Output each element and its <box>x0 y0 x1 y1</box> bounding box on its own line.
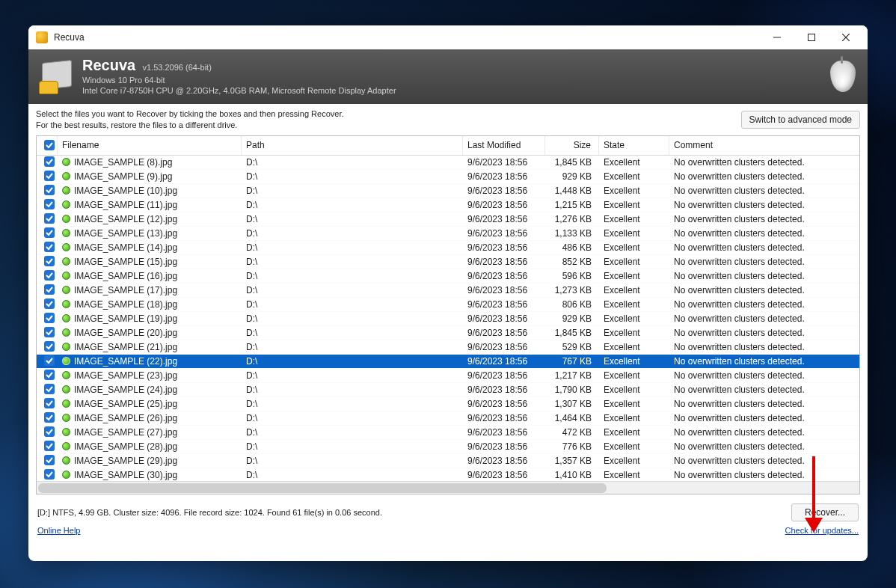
col-filename[interactable]: Filename <box>58 136 242 155</box>
grid-body[interactable]: IMAGE_SAMPLE (8).jpgD:\9/6/2023 18:561,8… <box>37 156 859 481</box>
titlebar: Recuva <box>28 25 868 49</box>
col-last-modified[interactable]: Last Modified <box>463 136 545 155</box>
close-button[interactable] <box>829 25 863 49</box>
select-all-checkbox[interactable] <box>44 140 55 150</box>
cell-last-modified: 9/6/2023 18:56 <box>463 271 545 281</box>
table-row[interactable]: IMAGE_SAMPLE (29).jpgD:\9/6/2023 18:561,… <box>37 454 859 468</box>
status-dot-icon <box>62 172 70 180</box>
cell-last-modified: 9/6/2023 18:56 <box>463 242 545 253</box>
row-checkbox[interactable] <box>44 242 55 252</box>
status-dot-icon <box>62 272 70 280</box>
status-dot-icon <box>62 414 70 422</box>
filename-text: IMAGE_SAMPLE (19).jpg <box>74 313 177 324</box>
filename-text: IMAGE_SAMPLE (24).jpg <box>74 385 177 395</box>
table-row[interactable]: IMAGE_SAMPLE (15).jpgD:\9/6/2023 18:5685… <box>37 255 859 269</box>
table-row[interactable]: IMAGE_SAMPLE (10).jpgD:\9/6/2023 18:561,… <box>37 184 859 198</box>
row-checkbox[interactable] <box>44 284 55 295</box>
status-dot-icon <box>62 158 70 166</box>
row-checkbox[interactable] <box>44 185 55 195</box>
cell-comment: No overwritten clusters detected. <box>669 427 859 438</box>
cell-path: D:\ <box>242 313 463 324</box>
row-checkbox[interactable] <box>44 171 55 181</box>
cell-path: D:\ <box>242 370 463 381</box>
table-row[interactable]: IMAGE_SAMPLE (26).jpgD:\9/6/2023 18:561,… <box>37 411 859 426</box>
cell-filename: IMAGE_SAMPLE (8).jpg <box>58 157 242 168</box>
table-row[interactable]: IMAGE_SAMPLE (12).jpgD:\9/6/2023 18:561,… <box>37 212 859 227</box>
recover-button[interactable]: Recover... <box>791 503 859 521</box>
hscroll-thumb[interactable] <box>38 483 607 493</box>
row-checkbox[interactable] <box>44 426 55 437</box>
col-size[interactable]: Size <box>545 136 599 155</box>
online-help-link[interactable]: Online Help <box>37 526 80 535</box>
cell-filename: IMAGE_SAMPLE (20).jpg <box>58 328 242 338</box>
table-row[interactable]: IMAGE_SAMPLE (30).jpgD:\9/6/2023 18:561,… <box>37 468 859 481</box>
row-checkbox[interactable] <box>44 441 55 451</box>
row-checkbox[interactable] <box>44 327 55 337</box>
switch-advanced-button[interactable]: Switch to advanced mode <box>741 111 860 129</box>
row-checkbox[interactable] <box>44 355 55 366</box>
cell-comment: No overwritten clusters detected. <box>669 399 859 409</box>
table-row[interactable]: IMAGE_SAMPLE (13).jpgD:\9/6/2023 18:561,… <box>37 227 859 241</box>
cell-state: Excellent <box>599 214 669 224</box>
status-dot-icon <box>62 442 70 450</box>
row-checkbox[interactable] <box>44 384 55 394</box>
cell-state: Excellent <box>599 470 669 480</box>
row-checkbox[interactable] <box>44 298 55 309</box>
cell-size: 1,357 KB <box>545 456 599 466</box>
table-row[interactable]: IMAGE_SAMPLE (9).jpgD:\9/6/2023 18:56929… <box>37 170 859 184</box>
row-checkbox[interactable] <box>44 455 55 465</box>
table-row[interactable]: IMAGE_SAMPLE (21).jpgD:\9/6/2023 18:5652… <box>37 340 859 355</box>
status-dot-icon <box>62 357 70 365</box>
cell-last-modified: 9/6/2023 18:56 <box>463 470 545 480</box>
minimize-button[interactable] <box>760 25 794 49</box>
cell-size: 1,133 KB <box>545 228 599 239</box>
filename-text: IMAGE_SAMPLE (20).jpg <box>74 328 177 338</box>
table-row[interactable]: IMAGE_SAMPLE (8).jpgD:\9/6/2023 18:561,8… <box>37 156 859 170</box>
table-row[interactable]: IMAGE_SAMPLE (24).jpgD:\9/6/2023 18:561,… <box>37 383 859 397</box>
horizontal-scrollbar[interactable] <box>37 481 859 494</box>
row-checkbox[interactable] <box>44 341 55 352</box>
cell-last-modified: 9/6/2023 18:56 <box>463 257 545 267</box>
check-updates-link[interactable]: Check for updates... <box>785 526 859 535</box>
row-checkbox[interactable] <box>44 156 55 167</box>
table-row[interactable]: IMAGE_SAMPLE (23).jpgD:\9/6/2023 18:561,… <box>37 369 859 383</box>
table-row[interactable]: IMAGE_SAMPLE (16).jpgD:\9/6/2023 18:5659… <box>37 269 859 284</box>
hw-info: Intel Core i7-8750H CPU @ 2.20GHz, 4.0GB… <box>82 86 821 95</box>
table-row[interactable]: IMAGE_SAMPLE (18).jpgD:\9/6/2023 18:5680… <box>37 298 859 312</box>
row-checkbox[interactable] <box>44 256 55 266</box>
table-row[interactable]: IMAGE_SAMPLE (19).jpgD:\9/6/2023 18:5692… <box>37 312 859 326</box>
row-checkbox[interactable] <box>44 270 55 281</box>
cell-size: 767 KB <box>545 356 599 367</box>
col-path[interactable]: Path <box>242 136 463 155</box>
app-version: v1.53.2096 (64-bit) <box>143 63 212 72</box>
header-checkbox-cell[interactable] <box>37 136 58 155</box>
table-row[interactable]: IMAGE_SAMPLE (22).jpgD:\9/6/2023 18:5676… <box>37 355 859 369</box>
row-checkbox[interactable] <box>44 313 55 323</box>
table-row[interactable]: IMAGE_SAMPLE (17).jpgD:\9/6/2023 18:561,… <box>37 284 859 298</box>
cell-comment: No overwritten clusters detected. <box>669 413 859 423</box>
cell-state: Excellent <box>599 171 669 182</box>
filename-text: IMAGE_SAMPLE (9).jpg <box>74 171 172 182</box>
cell-last-modified: 9/6/2023 18:56 <box>463 441 545 452</box>
cell-size: 1,464 KB <box>545 413 599 423</box>
col-comment[interactable]: Comment <box>669 136 859 155</box>
col-state[interactable]: State <box>599 136 669 155</box>
cell-path: D:\ <box>242 456 463 466</box>
row-checkbox[interactable] <box>44 412 55 423</box>
cell-filename: IMAGE_SAMPLE (12).jpg <box>58 214 242 224</box>
table-row[interactable]: IMAGE_SAMPLE (11).jpgD:\9/6/2023 18:561,… <box>37 198 859 212</box>
row-checkbox[interactable] <box>44 199 55 209</box>
cell-comment: No overwritten clusters detected. <box>669 299 859 310</box>
row-checkbox[interactable] <box>44 227 55 238</box>
table-row[interactable]: IMAGE_SAMPLE (28).jpgD:\9/6/2023 18:5677… <box>37 440 859 454</box>
table-row[interactable]: IMAGE_SAMPLE (14).jpgD:\9/6/2023 18:5648… <box>37 241 859 255</box>
row-checkbox[interactable] <box>44 469 55 480</box>
cell-state: Excellent <box>599 441 669 452</box>
table-row[interactable]: IMAGE_SAMPLE (27).jpgD:\9/6/2023 18:5647… <box>37 426 859 440</box>
maximize-button[interactable] <box>794 25 829 49</box>
table-row[interactable]: IMAGE_SAMPLE (25).jpgD:\9/6/2023 18:561,… <box>37 397 859 411</box>
row-checkbox[interactable] <box>44 213 55 224</box>
row-checkbox[interactable] <box>44 398 55 408</box>
row-checkbox[interactable] <box>44 370 55 380</box>
table-row[interactable]: IMAGE_SAMPLE (20).jpgD:\9/6/2023 18:561,… <box>37 326 859 340</box>
